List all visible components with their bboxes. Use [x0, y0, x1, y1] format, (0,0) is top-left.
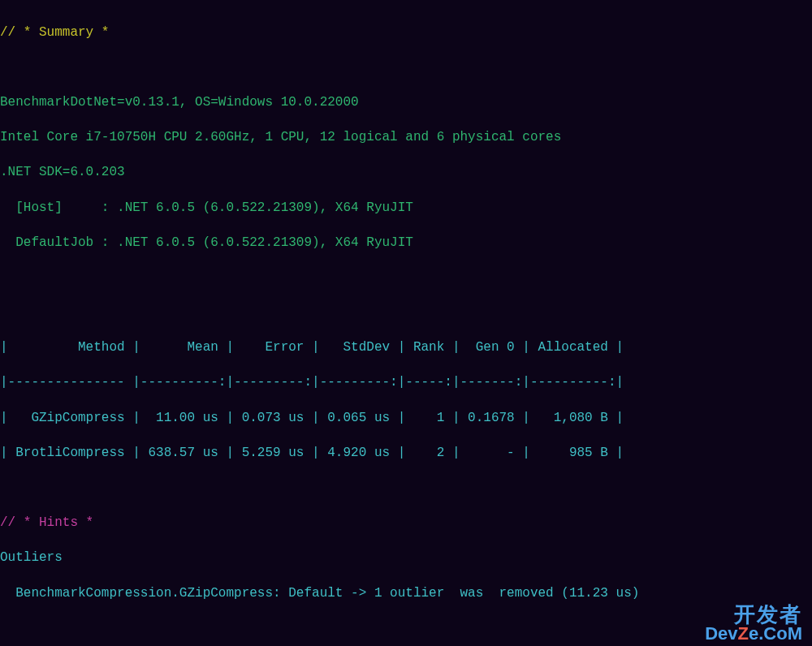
env-line: DefaultJob : .NET 6.0.5 (6.0.522.21309),…: [0, 235, 812, 252]
hints-line: Outliers: [0, 549, 812, 567]
hints-header: // * Hints *: [0, 515, 812, 532]
env-line: .NET SDK=6.0.203: [0, 164, 812, 182]
terminal-output: // * Summary * BenchmarkDotNet=v0.13.1, …: [0, 0, 812, 646]
table-row: | BrotliCompress | 638.57 us | 5.259 us …: [0, 445, 812, 463]
table-header: | Method | Mean | Error | StdDev | Rank …: [0, 339, 812, 357]
env-line: Intel Core i7-10750H CPU 2.60GHz, 1 CPU,…: [0, 129, 812, 147]
summary-header: // * Summary *: [0, 24, 812, 42]
table-separator: |--------------- |----------:|---------:…: [0, 374, 812, 392]
hints-line: BenchmarkCompression.GZipCompress: Defau…: [0, 585, 812, 603]
env-line: BenchmarkDotNet=v0.13.1, OS=Windows 10.0…: [0, 94, 812, 112]
env-line: [Host] : .NET 6.0.5 (6.0.522.21309), X64…: [0, 200, 812, 217]
table-row: | GZipCompress | 11.00 us | 0.073 us | 0…: [0, 410, 812, 428]
